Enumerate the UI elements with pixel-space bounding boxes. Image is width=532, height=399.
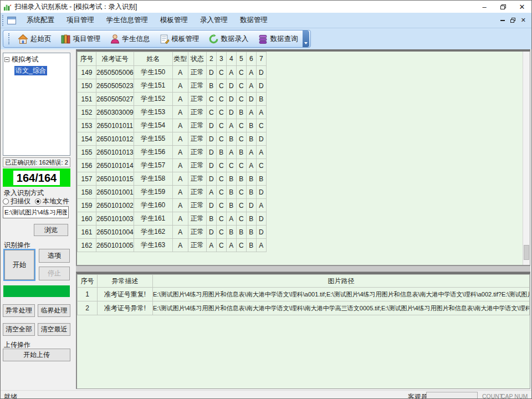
cell: C [216,186,226,199]
stop-button[interactable]: 停止 [39,267,70,280]
toolbar: 起始页 项目管理 学生信息 [3,30,311,48]
menu-system-config[interactable]: 系统配置 [21,13,60,27]
radio-circle-icon [3,198,9,204]
result-row[interactable]: 1612650101004学生162A正常DCBBBD [78,226,267,239]
menu-student-info-mgmt[interactable]: 学生信息管理 [100,13,154,27]
cell: A [226,212,236,226]
minimize-icon[interactable]: – [475,1,494,13]
cell: 2650505023 [96,79,134,93]
cell: B [246,239,256,252]
tree-item-exam-root[interactable]: 模拟考试 [4,55,69,64]
cell: E:\测试图片\4练习用图片和信息表\南大港中学语文\理科\a001.tif;E… [153,288,530,301]
scanner-radio[interactable]: 扫描仪 [3,197,35,206]
cell: B [226,199,236,212]
browse-button[interactable]: 浏览 [34,224,68,236]
student-icon [110,34,120,44]
cell: A [172,239,188,252]
toolbar-template-label: 模板管理 [172,34,200,44]
cell: 正常 [188,93,206,106]
cell: 正常 [188,172,206,186]
tree-child-label: 语文_综合 [14,66,47,75]
scrollbar-thumb[interactable] [524,245,529,260]
recognized-summary: 已正确识别: 162错误: 2 [3,157,70,167]
menu-data-mgmt[interactable]: 数据管理 [234,13,274,27]
result-row[interactable]: 1592650101002学生160A正常DCBCDA [78,199,267,212]
panel-splitter[interactable] [76,265,530,272]
result-row[interactable]: 1542650101012学生155A正常DCBCBD [78,132,267,146]
count-progress-label: 164/164 [13,171,60,185]
cell: A [172,172,188,186]
app-icon [3,3,12,11]
cell: A [246,159,256,172]
work-area: 序号准考证号姓名类型状态234567 1492650505006学生150A正常… [76,49,530,389]
toolbar-home-label: 起始页 [30,34,52,44]
cell: C [216,239,226,252]
tree-item-subject[interactable]: 语文_综合 [14,66,47,75]
child-window-icon [7,17,16,24]
status-indicators: CAP NUM SCRL [501,393,532,399]
cell: 学生156 [134,146,172,159]
toolbar-data-query-button[interactable]: 数据查询 [253,31,303,47]
result-row[interactable]: 1622650101005学生163A正常ACACBA [78,239,267,252]
cell: 正常 [188,146,206,159]
image-path-input[interactable] [3,206,69,218]
toolbar-data-entry-button[interactable]: 数据录入 [204,31,253,47]
cell: D [226,93,236,106]
result-row[interactable]: 1502650505023学生151A正常BCDCAD [78,79,267,93]
toolbar-student-button[interactable]: 学生信息 [105,31,155,47]
start-button[interactable]: 开始 [3,249,35,281]
result-row[interactable]: 1522650303009学生153A正常CCDBAA [78,106,267,119]
toolbar-home-button[interactable]: 起始页 [13,31,56,47]
mdi-minimize-icon[interactable] [500,20,505,21]
cell: 学生150 [134,66,172,79]
menu-template-mgmt[interactable]: 模板管理 [154,13,194,27]
local-file-radio[interactable]: 本地文件 [35,197,69,206]
result-row[interactable]: 1602650101003学生161A正常BCACBD [78,212,267,226]
result-row[interactable]: 1492650505006学生150A正常DCACAD [78,66,267,79]
cell: A [246,66,256,79]
cell: A [172,79,188,93]
cell: B [216,146,226,159]
toolbar-project-label: 项目管理 [73,34,101,44]
tree-collapse-icon[interactable] [4,57,9,62]
cell: 2650101015 [96,172,134,186]
result-row[interactable]: 1512650505027学生152A正常CCDCDB [78,93,267,106]
critical-handle-button[interactable]: 临界处理 [38,304,70,317]
cell: C [236,186,246,199]
result-row[interactable]: 1532650101011学生154A正常DCACBC [78,119,267,132]
result-row[interactable]: 1572650101015学生158A正常DCBBBB [78,172,267,186]
cell: A [246,106,256,119]
status-count-label: COUNT [482,393,503,399]
options-button[interactable]: 选项 [39,249,70,263]
toolbar-overflow-icon[interactable] [303,30,309,47]
cell: B [226,172,236,186]
toolbar-template-button[interactable]: 模板管理 [155,31,204,47]
cell: C [256,159,266,172]
abnormal-handle-button[interactable]: 异常处理 [3,304,35,317]
mdi-close-icon[interactable]: ✕ [521,17,526,24]
result-row[interactable]: 1582650101001学生159A正常ACBCBD [78,186,267,199]
cell: 1 [78,288,98,301]
clear-recent-button[interactable]: 清空最近 [38,323,70,336]
menu-project-mgmt[interactable]: 项目管理 [60,13,100,27]
column-header: 类型 [172,52,188,66]
cell: B [246,172,256,186]
start-upload-button[interactable]: 开始上传 [3,349,70,361]
error-row[interactable]: 2准考证号异常!E:\测试图片\4练习用图片和信息表\南大港中学语文\理科\南大… [78,301,530,315]
cell: A [172,186,188,199]
column-header: 异常描述 [98,275,153,288]
cell: D [256,66,266,79]
mdi-restore-icon[interactable] [510,18,515,23]
cell: 2650101001 [96,186,134,199]
error-row[interactable]: 1准考证号重复!E:\测试图片\4练习用图片和信息表\南大港中学语文\理科\a0… [78,288,530,301]
cell: A [172,199,188,212]
menu-entry-mgmt[interactable]: 录入管理 [194,13,234,27]
cell: D [256,212,266,226]
close-icon[interactable]: ✕ [513,1,531,13]
result-row[interactable]: 1552650101013学生156A正常DBABAA [78,146,267,159]
restore-icon[interactable] [494,1,513,13]
clear-all-button[interactable]: 清空全部 [3,323,35,336]
result-row[interactable]: 1562650101014学生157A正常DCCCAC [78,159,267,172]
results-scrollbar[interactable] [523,52,530,265]
toolbar-project-button[interactable]: 项目管理 [56,31,105,47]
